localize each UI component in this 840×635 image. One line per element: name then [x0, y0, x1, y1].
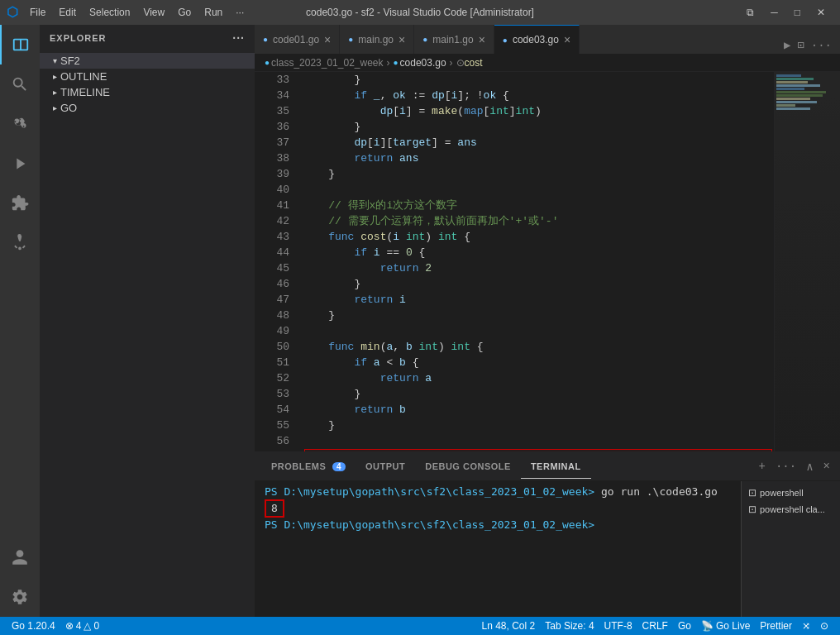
sidebar-title: Explorer — [50, 33, 107, 43]
sync-icon: ⤨ — [802, 620, 810, 632]
sidebar-item-timeline[interactable]: ▸ TIMELINE — [40, 84, 255, 100]
menu-view[interactable]: View — [138, 5, 169, 20]
add-terminal-icon[interactable]: + — [756, 458, 769, 475]
menu-selection[interactable]: Selection — [84, 5, 135, 20]
code-line-43: func cost(i int) int { — [303, 229, 774, 245]
code-content[interactable]: } if _, ok := dp[i]; !ok { dp[i] = make(… — [296, 72, 774, 451]
panel-tab-problems[interactable]: PROBLEMS 4 — [261, 455, 356, 478]
status-go-version[interactable]: Go 1.20.4 — [7, 620, 60, 632]
code-line-38: return ans — [303, 150, 774, 166]
tab-code03[interactable]: ● code03.go × — [494, 25, 580, 54]
breadcrumb-function[interactable]: cost — [465, 57, 483, 69]
status-language-label: Go — [678, 620, 691, 632]
status-encoding[interactable]: UTF-8 — [599, 620, 637, 632]
terminal-content[interactable]: PS D:\mysetup\gopath\src\sf2\class_2023_… — [255, 481, 741, 617]
tab-close-main[interactable]: × — [399, 34, 405, 45]
status-sync[interactable]: ⤨ — [797, 620, 815, 632]
status-golive-label: Go Live — [716, 620, 750, 632]
status-remote[interactable]: ⊙ — [815, 620, 833, 632]
tab-actions: ▶ ⊡ ··· — [782, 36, 840, 54]
breadcrumb-folder[interactable]: class_2023_01_02_week — [271, 57, 383, 69]
activity-run-debug[interactable] — [0, 144, 40, 184]
titlebar-left: ⬡ File Edit Selection View Go Run ··· — [7, 4, 249, 21]
terminal-powershell-2[interactable]: ⊡ powershell cla... — [742, 501, 840, 518]
powershell-label-2: powershell cla... — [760, 504, 825, 514]
panel-tab-terminal[interactable]: TERMINAL — [521, 455, 591, 479]
activity-explorer[interactable] — [0, 25, 40, 64]
error-icon: ⊗ — [65, 620, 74, 632]
layout-icon[interactable]: ⧉ — [738, 3, 762, 21]
menu-edit[interactable]: Edit — [54, 5, 81, 20]
breadcrumb-file[interactable]: code03.go — [400, 57, 446, 69]
status-right: Ln 48, Col 2 Tab Size: 4 UTF-8 CRLF Go 📡… — [477, 620, 834, 632]
status-prettier-label: Prettier — [760, 620, 792, 632]
activity-settings[interactable] — [0, 577, 40, 617]
menu-more[interactable]: ··· — [231, 5, 249, 20]
status-position[interactable]: Ln 48, Col 2 — [477, 620, 541, 632]
main-layout: Explorer ··· ▾ SF2 ▸ OUTLINE ▸ TIMELINE … — [0, 25, 840, 617]
run-icon[interactable]: ▶ — [782, 36, 792, 54]
menu-go[interactable]: Go — [173, 5, 196, 20]
code-line-33: } — [303, 72, 774, 88]
tab-label-main1: main1.go — [432, 34, 473, 45]
status-errors[interactable]: ⊗ 4 △ 0 — [60, 620, 104, 632]
terminal-sidebar: ⊡ powershell ⊡ powershell cla... — [741, 481, 840, 617]
more-actions-icon[interactable]: ··· — [809, 37, 833, 54]
activity-search[interactable] — [0, 64, 40, 104]
status-language[interactable]: Go — [673, 620, 696, 632]
status-golive[interactable]: 📡 Go Live — [696, 620, 755, 632]
panel-actions: + ··· ∧ × — [756, 458, 833, 475]
breadcrumb: ● class_2023_01_02_week › ● code03.go › … — [255, 54, 840, 72]
tab-close-main1[interactable]: × — [479, 34, 485, 45]
code-line-54: return b — [303, 402, 774, 418]
tab-close-code01[interactable]: × — [324, 34, 331, 45]
split-editor-icon[interactable]: ⊡ — [795, 36, 805, 54]
status-tab-label: Tab Size: 4 — [545, 620, 594, 632]
sidebar-label-outline: OUTLINE — [60, 70, 107, 83]
panel-tab-debug[interactable]: DEBUG CONSOLE — [415, 455, 521, 478]
sidebar-more-icon[interactable]: ··· — [232, 31, 245, 45]
activity-source-control[interactable] — [0, 104, 40, 144]
tab-code01[interactable]: ● code01.go × — [255, 25, 340, 54]
sidebar-item-outline[interactable]: ▸ OUTLINE — [40, 69, 255, 84]
panel-tabs: PROBLEMS 4 OUTPUT DEBUG CONSOLE TERMINAL… — [255, 452, 840, 481]
code-line-47: return i — [303, 292, 774, 308]
sidebar-item-go[interactable]: ▸ GO — [40, 100, 255, 116]
tab-close-code03[interactable]: × — [564, 34, 570, 45]
sidebar-item-sf2[interactable]: ▾ SF2 — [40, 53, 255, 69]
terminal-output-boxed: 8 — [265, 499, 284, 518]
code-line-44: if i == 0 { — [303, 245, 774, 260]
close-button[interactable]: ✕ — [809, 3, 833, 21]
expand-arrow-timeline: ▸ — [53, 88, 57, 97]
minimize-button[interactable]: ─ — [762, 3, 786, 21]
titlebar: ⬡ File Edit Selection View Go Run ··· co… — [0, 0, 840, 25]
sidebar-label-go: GO — [60, 102, 77, 114]
tab-main[interactable]: ● main.go × — [340, 25, 414, 54]
panel-tab-output[interactable]: OUTPUT — [356, 455, 415, 478]
code-line-34: if _, ok := dp[i]; !ok { — [303, 88, 774, 103]
status-position-label: Ln 48, Col 2 — [482, 620, 536, 632]
terminal-line-1: PS D:\mysetup\gopath\src\sf2\class_2023_… — [265, 485, 731, 499]
activity-extensions[interactable] — [0, 184, 40, 223]
menu-bar: File Edit Selection View Go Run ··· — [25, 5, 249, 20]
activity-test[interactable] — [0, 223, 40, 263]
panel-more-icon[interactable]: ··· — [772, 458, 799, 475]
panel-maximize-icon[interactable]: ∧ — [803, 458, 816, 475]
panel-close-icon[interactable]: × — [820, 458, 833, 475]
terminal-line-output: 8 — [265, 499, 731, 518]
terminal-powershell-1[interactable]: ⊡ powershell — [742, 485, 840, 501]
activity-account[interactable] — [0, 537, 40, 577]
maximize-button[interactable]: □ — [786, 3, 809, 21]
status-tab-size[interactable]: Tab Size: 4 — [540, 620, 599, 632]
tab-label-code03: code03.go — [513, 34, 559, 45]
menu-file[interactable]: File — [25, 5, 50, 20]
status-line-ending[interactable]: CRLF — [637, 620, 673, 632]
code-line-41: // 得到x的i次方这个数字 — [303, 198, 774, 213]
activity-bar — [0, 25, 40, 617]
code-line-50: func min(a, b int) int { — [303, 339, 774, 355]
powershell-label-1: powershell — [760, 488, 804, 498]
status-prettier[interactable]: Prettier — [755, 620, 797, 632]
sidebar-label-timeline: TIMELINE — [60, 86, 110, 98]
menu-run[interactable]: Run — [199, 5, 227, 20]
tab-main1[interactable]: ● main1.go × — [414, 25, 494, 54]
